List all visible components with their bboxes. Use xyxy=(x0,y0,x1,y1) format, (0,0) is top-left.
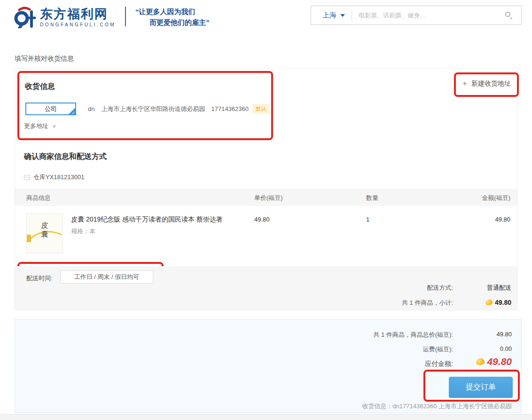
search-icon-lens xyxy=(505,12,510,17)
cover-char-bottom: 囊 xyxy=(41,230,48,238)
col-unit-price: 单价(福豆) xyxy=(254,194,283,202)
delivery-method-label: 配送方式: xyxy=(427,284,453,292)
recipient-name: dn xyxy=(88,105,94,112)
warehouse-label: 仓库YX181213001 xyxy=(33,173,84,182)
delivery-time-label: 配送时间: xyxy=(26,274,53,283)
site-logo[interactable]: 东方福利网 DONGFANGFULI.COM xyxy=(13,6,116,28)
order-panel: 收货信息 + 新建收货地址 公司 ✓ dn 上海市上海长宁区华阳路街道德必易园 … xyxy=(15,68,517,310)
cover-chip xyxy=(27,235,31,242)
product-spec: 规格：本 xyxy=(71,227,95,236)
slogan-line-1: “让更多人因为我们 xyxy=(135,6,210,17)
search-bar: 上海 xyxy=(311,6,522,25)
product-table-header: 商品信息 单价(福豆) 数量 金额(福豆) xyxy=(15,189,517,206)
recipient-phone: 17714362360 xyxy=(211,105,249,112)
brand-slogan: “让更多人因为我们 而更爱他们的雇主” xyxy=(135,6,210,28)
brand-name-en: DONGFANGFULI.COM xyxy=(40,22,116,27)
slogan-line-2: 而更爱他们的雇主” xyxy=(135,17,210,28)
address-tag-company[interactable]: 公司 ✓ xyxy=(25,103,76,115)
cover-char-top: 皮 xyxy=(41,221,48,230)
shipping-info-summary: 收货信息：dn17714362360 上海市上海长宁区德必易园 xyxy=(362,402,512,411)
check-icon: ✓ xyxy=(71,111,75,115)
col-product-info: 商品信息 xyxy=(26,194,51,202)
more-addresses-label: 更多地址 xyxy=(24,122,48,130)
delivery-time-option[interactable]: 工作日 / 周末 / 假日均可 xyxy=(60,270,153,284)
default-badge: 默认 xyxy=(252,104,269,114)
payable-row: 应付金额: 49.80 xyxy=(15,359,521,368)
address-row: 公司 ✓ dn 上海市上海长宁区华阳路街道德必易园 17714362360 默认 xyxy=(25,103,269,115)
subtotal-amount: 49.80 xyxy=(485,299,511,306)
subtotal-value: 49.80 xyxy=(495,299,511,306)
shipping-fee-label: 运费(福豆): xyxy=(423,345,453,354)
product-unit-price: 49.80 xyxy=(254,216,270,223)
city-selector[interactable]: 上海 xyxy=(311,11,352,20)
summary-panel: 共 1 件商品，商品总价(福豆): 49.80 运费(福豆): 0.00 应付金… xyxy=(15,319,522,413)
delivery-subtotal-box: 配送时间: 工作日 / 周末 / 假日均可 配送方式: 普通配送 共 1 件商品… xyxy=(15,266,517,310)
brand-text: 东方福利网 DONGFANGFULI.COM xyxy=(40,7,116,27)
shipping-fee-value: 0.00 xyxy=(500,345,512,352)
city-label: 上海 xyxy=(322,11,336,20)
shipping-fee-row: 运费(福豆): 0.00 xyxy=(15,345,521,355)
payable-value: 49.80 xyxy=(487,356,512,367)
header-divider xyxy=(125,7,126,26)
brand-name-cn: 东方福利网 xyxy=(40,7,116,21)
bean-icon xyxy=(485,299,493,306)
address-tag-label: 公司 xyxy=(45,105,57,113)
checkout-page: 东方福利网 DONGFANGFULI.COM “让更多人因为我们 而更爱他们的雇… xyxy=(0,0,532,420)
product-amount: 49.80 xyxy=(495,216,510,223)
delivery-method-row: 配送方式: 普通配送 xyxy=(15,284,517,292)
site-header: 东方福利网 DONGFANGFULI.COM “让更多人因为我们 而更爱他们的雇… xyxy=(0,0,532,38)
page-title: 填写并核对收货信息 xyxy=(15,55,74,63)
dropdown-arrow-icon xyxy=(340,14,345,17)
product-quantity: 1 xyxy=(366,216,369,223)
warehouse-icon xyxy=(24,175,30,180)
total-price-row: 共 1 件商品，商品总价(福豆): 49.80 xyxy=(15,331,521,340)
total-price-value: 49.80 xyxy=(496,331,512,338)
cover-title-chars: 皮 囊 xyxy=(41,221,48,238)
more-addresses-toggle[interactable]: 更多地址 ∨ xyxy=(24,122,56,130)
plus-icon: + xyxy=(462,79,467,88)
merchant-section-title: 确认商家信息和配送方式 xyxy=(24,152,107,162)
subtotal-row: 共 1 件商品，小计: 49.80 xyxy=(15,299,517,307)
chevron-down-icon: ∨ xyxy=(52,123,56,128)
search-icon-handle xyxy=(510,17,513,20)
address-section-title: 收货信息 xyxy=(25,82,55,92)
new-address-button[interactable]: + 新建收货地址 xyxy=(462,79,511,88)
brand-logo-icon xyxy=(13,6,37,28)
search-icon[interactable] xyxy=(505,12,513,19)
search-input[interactable] xyxy=(352,12,505,19)
submit-order-button[interactable]: 提交订单 xyxy=(449,377,513,398)
bean-icon xyxy=(476,357,485,366)
payable-label: 应付金额: xyxy=(425,360,453,368)
col-quantity: 数量 xyxy=(366,194,378,202)
address-detail: 上海市上海长宁区华阳路街道德必易园 xyxy=(101,105,205,113)
product-title[interactable]: 皮囊 2019纪念版 感动千万读者的国民读本 蔡崇达著 xyxy=(71,215,223,224)
new-address-label: 新建收货地址 xyxy=(471,79,511,88)
col-amount: 金额(福豆) xyxy=(482,194,510,202)
product-image[interactable]: 皮 囊 xyxy=(26,214,63,254)
footer-strip xyxy=(0,414,532,420)
subtotal-label: 共 1 件商品，小计: xyxy=(402,299,453,307)
payable-amount: 49.80 xyxy=(476,356,512,367)
delivery-method-value: 普通配送 xyxy=(487,284,511,292)
total-price-label: 共 1 件商品，商品总价(福豆): xyxy=(373,331,453,339)
warehouse-row: 仓库YX181213001 xyxy=(24,173,84,182)
